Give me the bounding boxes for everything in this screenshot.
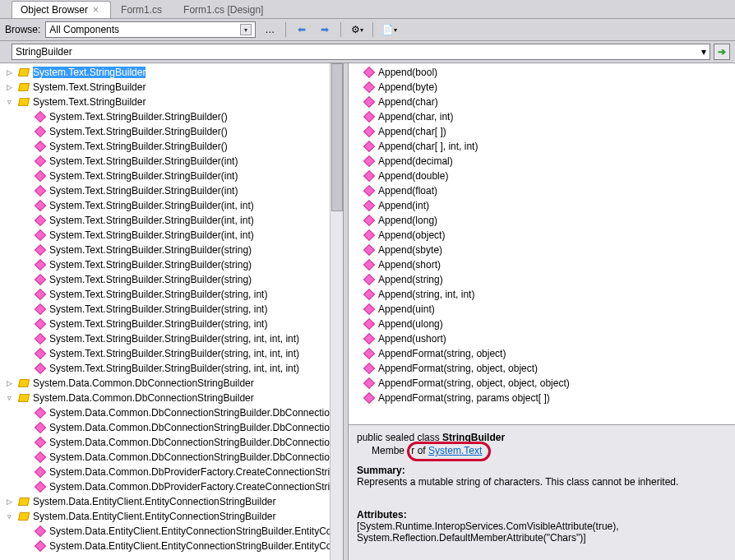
member-item[interactable]: Append(long) [349,213,735,228]
member-item[interactable]: Append(ulong) [349,317,735,331]
tree-node[interactable]: System.Text.StringBuilder.StringBuilder(… [0,346,343,361]
tree-node[interactable]: System.Data.Common.DbConnectionStringBui… [0,405,343,420]
tree-node[interactable]: System.Text.StringBuilder.StringBuilder(… [0,257,343,272]
expander-icon[interactable] [21,261,30,269]
expander-icon[interactable] [21,157,30,165]
member-item[interactable]: Append(uint) [349,302,735,317]
expander-icon[interactable] [21,113,30,121]
tab-0[interactable]: Object Browser× [12,1,111,18]
member-item[interactable]: Append(char[ ]) [349,124,735,139]
tree-node[interactable]: System.Text.StringBuilder.StringBuilder(… [0,109,343,124]
tree-node[interactable]: ▿System.Data.Common.DbConnectionStringBu… [0,391,343,405]
tree-node[interactable]: ▷System.Data.EntityClient.EntityConnecti… [0,494,343,509]
expander-icon[interactable] [21,483,30,491]
expander-icon[interactable] [21,216,30,224]
expander-icon[interactable] [21,275,30,284]
tab-2[interactable]: Form1.cs [Design] [175,2,275,18]
tree-node[interactable]: ▷System.Text.StringBuilder [0,80,343,95]
member-item[interactable]: Append(char[ ], int, int) [349,139,735,154]
tree-node[interactable]: System.Data.EntityClient.EntityConnectio… [0,524,343,539]
tree-node[interactable]: System.Data.EntityClient.EntityConnectio… [0,539,343,553]
expander-icon[interactable] [21,246,30,254]
tree-node[interactable]: System.Text.StringBuilder.StringBuilder(… [0,228,343,243]
tree-node[interactable]: System.Text.StringBuilder.StringBuilder(… [0,361,343,376]
expander-icon[interactable] [21,349,30,358]
edit-scope-button[interactable]: … [261,21,279,39]
expander-icon[interactable] [21,290,30,299]
tree-node[interactable]: ▷System.Data.Common.DbConnectionStringBu… [0,376,343,391]
scrollbar[interactable] [330,63,343,560]
expander-icon[interactable] [21,127,30,136]
chevron-down-icon[interactable]: ▾ [240,24,252,35]
member-item[interactable]: AppendFormat(string, object, object) [349,361,735,376]
tree-node[interactable]: System.Text.StringBuilder.StringBuilder(… [0,287,343,302]
expander-icon[interactable] [21,453,30,461]
expander-icon[interactable] [21,364,30,373]
tree-node[interactable]: System.Text.StringBuilder.StringBuilder(… [0,198,343,213]
add-reference-button[interactable]: 📄▾ [380,21,398,39]
namespace-link[interactable]: System.Text [428,445,482,456]
tab-1[interactable]: Form1.cs [113,2,173,18]
forward-button[interactable]: ➡ [316,21,334,39]
tree-node[interactable]: System.Text.StringBuilder.StringBuilder(… [0,331,343,346]
tree-node[interactable]: System.Data.Common.DbConnectionStringBui… [0,435,343,450]
tree-node[interactable]: ▿System.Text.StringBuilder [0,95,343,109]
tree-node[interactable]: System.Text.StringBuilder.StringBuilder(… [0,154,343,169]
member-item[interactable]: AppendFormat(string, object, object, obj… [349,376,735,391]
expander-icon[interactable] [21,172,30,180]
member-item[interactable]: AppendFormat(string, params object[ ]) [349,391,735,405]
expander-icon[interactable] [21,187,30,195]
expander-icon[interactable] [21,542,30,550]
member-list[interactable]: Append(bool)Append(byte)Append(char)Appe… [349,63,735,407]
expander-icon[interactable] [21,335,30,343]
member-item[interactable]: Append(char) [349,95,735,109]
expander-icon[interactable] [21,468,30,476]
expander-icon[interactable] [21,320,30,328]
expander-icon[interactable] [21,527,30,535]
member-item[interactable]: Append(ushort) [349,331,735,346]
expander-icon[interactable] [21,201,30,210]
tree-node[interactable]: System.Data.Common.DbConnectionStringBui… [0,450,343,465]
tree-node[interactable]: ▷System.Text.StringBuilder [0,65,343,80]
member-item[interactable]: Append(double) [349,169,735,183]
member-item[interactable]: Append(float) [349,183,735,198]
tree-node[interactable]: ▿System.Data.EntityClient.EntityConnecti… [0,509,343,524]
member-item[interactable]: Append(sbyte) [349,243,735,257]
tree-node[interactable]: System.Text.StringBuilder.StringBuilder(… [0,124,343,139]
expander-icon[interactable] [21,438,30,447]
member-item[interactable]: AppendFormat(string, object) [349,346,735,361]
tree-node[interactable]: System.Data.Common.DbConnectionStringBui… [0,420,343,435]
member-item[interactable]: Append(decimal) [349,154,735,169]
tree-node[interactable]: System.Text.StringBuilder.StringBuilder(… [0,139,343,154]
expander-icon[interactable]: ▿ [5,98,13,106]
tree-node[interactable]: System.Text.StringBuilder.StringBuilder(… [0,317,343,331]
close-icon[interactable]: × [93,4,99,16]
object-tree[interactable]: ▷System.Text.StringBuilder▷System.Text.S… [0,63,343,555]
tree-node[interactable]: System.Text.StringBuilder.StringBuilder(… [0,302,343,317]
expander-icon[interactable] [21,423,30,432]
tree-node[interactable]: System.Text.StringBuilder.StringBuilder(… [0,169,343,183]
expander-icon[interactable]: ▷ [5,83,13,91]
tree-node[interactable]: System.Data.Common.DbProviderFactory.Cre… [0,479,343,494]
member-item[interactable]: Append(byte) [349,80,735,95]
expander-icon[interactable] [21,231,30,239]
scrollbar-thumb[interactable] [331,63,343,211]
member-item[interactable]: Append(object) [349,228,735,243]
tree-node[interactable]: System.Text.StringBuilder.StringBuilder(… [0,272,343,287]
member-item[interactable]: Append(short) [349,257,735,272]
expander-icon[interactable] [21,409,30,417]
chevron-down-icon[interactable]: ▾ [701,46,706,58]
expander-icon[interactable] [21,305,30,313]
tree-node[interactable]: System.Text.StringBuilder.StringBuilder(… [0,213,343,228]
expander-icon[interactable]: ▷ [5,498,13,506]
member-item[interactable]: Append(char, int) [349,109,735,124]
member-item[interactable]: Append(string, int, int) [349,287,735,302]
settings-button[interactable]: ⚙▾ [348,21,366,39]
expander-icon[interactable]: ▷ [5,379,13,387]
expander-icon[interactable]: ▿ [5,512,13,521]
search-input[interactable]: StringBuilder ▾ [12,44,710,60]
expander-icon[interactable]: ▿ [5,394,13,402]
tree-node[interactable]: System.Text.StringBuilder.StringBuilder(… [0,183,343,198]
member-item[interactable]: Append(string) [349,272,735,287]
search-go-button[interactable]: ➔ [714,44,730,60]
